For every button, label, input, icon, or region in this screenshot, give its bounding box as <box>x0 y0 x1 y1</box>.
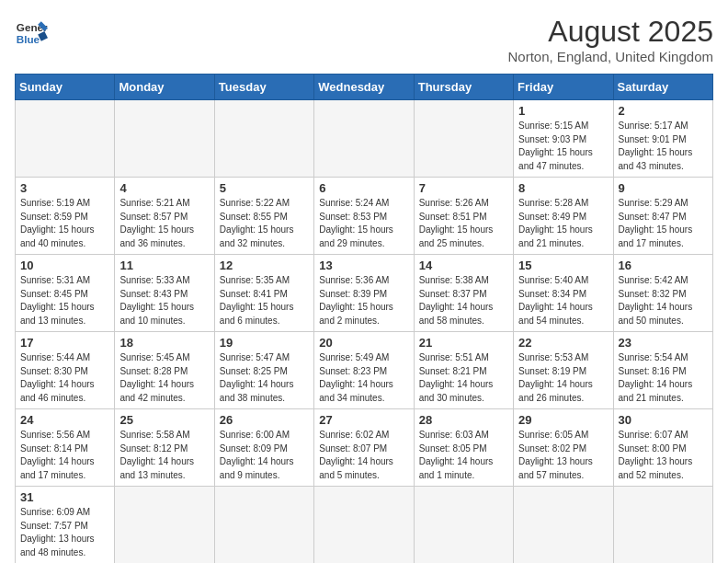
calendar-cell <box>514 487 613 564</box>
calendar-week-6: 31Sunrise: 6:09 AM Sunset: 7:57 PM Dayli… <box>16 487 713 564</box>
day-number: 19 <box>220 336 309 350</box>
day-info: Sunrise: 6:02 AM Sunset: 8:07 PM Dayligh… <box>319 429 408 482</box>
day-info: Sunrise: 5:26 AM Sunset: 8:51 PM Dayligh… <box>419 197 508 250</box>
day-number: 4 <box>119 181 209 195</box>
calendar-cell: 7Sunrise: 5:26 AM Sunset: 8:51 PM Daylig… <box>414 178 513 255</box>
day-number: 1 <box>518 104 608 118</box>
day-info: Sunrise: 5:17 AM Sunset: 9:01 PM Dayligh… <box>619 120 708 173</box>
day-info: Sunrise: 5:33 AM Sunset: 8:43 PM Dayligh… <box>119 274 209 327</box>
day-info: Sunrise: 5:44 AM Sunset: 8:30 PM Dayligh… <box>20 351 109 405</box>
calendar-cell: 15Sunrise: 5:40 AM Sunset: 8:34 PM Dayli… <box>514 255 613 332</box>
calendar-cell: 6Sunrise: 5:24 AM Sunset: 8:53 PM Daylig… <box>314 178 414 255</box>
calendar-cell: 9Sunrise: 5:29 AM Sunset: 8:47 PM Daylig… <box>613 178 712 255</box>
title-block: August 2025 Norton, England, United King… <box>508 15 713 64</box>
day-info: Sunrise: 5:42 AM Sunset: 8:32 PM Dayligh… <box>619 274 708 327</box>
calendar-cell: 24Sunrise: 5:56 AM Sunset: 8:14 PM Dayli… <box>16 409 115 487</box>
calendar-cell <box>414 100 513 178</box>
day-number: 11 <box>119 259 209 272</box>
calendar-cell: 14Sunrise: 5:38 AM Sunset: 8:37 PM Dayli… <box>414 255 513 332</box>
day-number: 25 <box>119 413 209 427</box>
day-number: 16 <box>619 259 708 272</box>
day-number: 3 <box>20 181 109 195</box>
calendar-cell: 30Sunrise: 6:07 AM Sunset: 8:00 PM Dayli… <box>613 409 712 487</box>
day-number: 8 <box>518 181 608 195</box>
calendar-cell <box>314 487 414 564</box>
day-number: 20 <box>319 336 408 350</box>
calendar-cell: 13Sunrise: 5:36 AM Sunset: 8:39 PM Dayli… <box>314 255 414 332</box>
day-number: 28 <box>419 413 508 427</box>
calendar-cell <box>115 487 214 564</box>
day-number: 29 <box>518 413 608 427</box>
day-info: Sunrise: 5:38 AM Sunset: 8:37 PM Dayligh… <box>419 274 508 327</box>
weekday-header-saturday: Saturday <box>613 75 712 100</box>
calendar-cell <box>613 487 712 564</box>
day-info: Sunrise: 6:07 AM Sunset: 8:00 PM Dayligh… <box>619 429 708 482</box>
day-info: Sunrise: 5:40 AM Sunset: 8:34 PM Dayligh… <box>518 274 608 327</box>
day-info: Sunrise: 5:31 AM Sunset: 8:45 PM Dayligh… <box>20 274 109 327</box>
weekday-header-tuesday: Tuesday <box>214 75 313 100</box>
weekday-header-wednesday: Wednesday <box>314 75 414 100</box>
calendar-cell <box>314 100 414 178</box>
day-info: Sunrise: 6:09 AM Sunset: 7:57 PM Dayligh… <box>20 506 109 559</box>
svg-text:Blue: Blue <box>17 33 40 45</box>
day-number: 27 <box>319 413 408 427</box>
day-number: 17 <box>20 336 109 350</box>
day-number: 10 <box>20 259 109 272</box>
day-info: Sunrise: 5:45 AM Sunset: 8:28 PM Dayligh… <box>119 351 209 405</box>
day-number: 6 <box>319 181 408 195</box>
logo-icon: General Blue <box>15 15 48 48</box>
day-number: 18 <box>119 336 209 350</box>
day-info: Sunrise: 5:53 AM Sunset: 8:19 PM Dayligh… <box>518 351 608 405</box>
day-info: Sunrise: 5:19 AM Sunset: 8:59 PM Dayligh… <box>20 197 109 250</box>
day-number: 30 <box>619 413 708 427</box>
calendar-table: SundayMondayTuesdayWednesdayThursdayFrid… <box>15 74 713 563</box>
day-number: 24 <box>20 413 109 427</box>
day-number: 12 <box>220 259 309 272</box>
day-info: Sunrise: 6:05 AM Sunset: 8:02 PM Dayligh… <box>518 429 608 482</box>
calendar-cell: 12Sunrise: 5:35 AM Sunset: 8:41 PM Dayli… <box>214 255 313 332</box>
day-info: Sunrise: 5:54 AM Sunset: 8:16 PM Dayligh… <box>619 351 708 405</box>
calendar-cell <box>414 487 513 564</box>
calendar-week-1: 1Sunrise: 5:15 AM Sunset: 9:03 PM Daylig… <box>16 100 713 178</box>
weekday-header-row: SundayMondayTuesdayWednesdayThursdayFrid… <box>16 75 713 100</box>
day-info: Sunrise: 5:58 AM Sunset: 8:12 PM Dayligh… <box>119 429 209 482</box>
weekday-header-friday: Friday <box>514 75 613 100</box>
day-info: Sunrise: 5:35 AM Sunset: 8:41 PM Dayligh… <box>220 274 309 327</box>
calendar-cell: 19Sunrise: 5:47 AM Sunset: 8:25 PM Dayli… <box>214 332 313 409</box>
day-number: 26 <box>220 413 309 427</box>
page-header: General Blue August 2025 Norton, England… <box>15 15 713 64</box>
day-info: Sunrise: 5:24 AM Sunset: 8:53 PM Dayligh… <box>319 197 408 250</box>
calendar-cell: 2Sunrise: 5:17 AM Sunset: 9:01 PM Daylig… <box>613 100 712 178</box>
calendar-cell <box>214 100 313 178</box>
calendar-cell: 1Sunrise: 5:15 AM Sunset: 9:03 PM Daylig… <box>514 100 613 178</box>
calendar-cell: 8Sunrise: 5:28 AM Sunset: 8:49 PM Daylig… <box>514 178 613 255</box>
calendar-cell: 18Sunrise: 5:45 AM Sunset: 8:28 PM Dayli… <box>115 332 214 409</box>
calendar-cell: 29Sunrise: 6:05 AM Sunset: 8:02 PM Dayli… <box>514 409 613 487</box>
day-number: 22 <box>518 336 608 350</box>
calendar-cell: 21Sunrise: 5:51 AM Sunset: 8:21 PM Dayli… <box>414 332 513 409</box>
calendar-cell: 26Sunrise: 6:00 AM Sunset: 8:09 PM Dayli… <box>214 409 313 487</box>
logo: General Blue <box>15 15 48 48</box>
day-number: 9 <box>619 181 708 195</box>
day-info: Sunrise: 5:47 AM Sunset: 8:25 PM Dayligh… <box>220 351 309 405</box>
calendar-cell: 20Sunrise: 5:49 AM Sunset: 8:23 PM Dayli… <box>314 332 414 409</box>
day-number: 23 <box>619 336 708 350</box>
calendar-cell: 16Sunrise: 5:42 AM Sunset: 8:32 PM Dayli… <box>613 255 712 332</box>
day-number: 31 <box>20 490 109 504</box>
calendar-cell <box>115 100 214 178</box>
day-number: 13 <box>319 259 408 272</box>
weekday-header-monday: Monday <box>115 75 214 100</box>
day-info: Sunrise: 6:03 AM Sunset: 8:05 PM Dayligh… <box>419 429 508 482</box>
day-number: 2 <box>619 104 708 118</box>
calendar-cell: 25Sunrise: 5:58 AM Sunset: 8:12 PM Dayli… <box>115 409 214 487</box>
calendar-cell: 11Sunrise: 5:33 AM Sunset: 8:43 PM Dayli… <box>115 255 214 332</box>
calendar-cell: 27Sunrise: 6:02 AM Sunset: 8:07 PM Dayli… <box>314 409 414 487</box>
weekday-header-sunday: Sunday <box>16 75 115 100</box>
calendar-week-2: 3Sunrise: 5:19 AM Sunset: 8:59 PM Daylig… <box>16 178 713 255</box>
calendar-cell <box>16 100 115 178</box>
day-number: 15 <box>518 259 608 272</box>
month-year-title: August 2025 <box>508 15 713 49</box>
day-info: Sunrise: 5:36 AM Sunset: 8:39 PM Dayligh… <box>319 274 408 327</box>
location-subtitle: Norton, England, United Kingdom <box>508 49 713 64</box>
calendar-cell: 23Sunrise: 5:54 AM Sunset: 8:16 PM Dayli… <box>613 332 712 409</box>
